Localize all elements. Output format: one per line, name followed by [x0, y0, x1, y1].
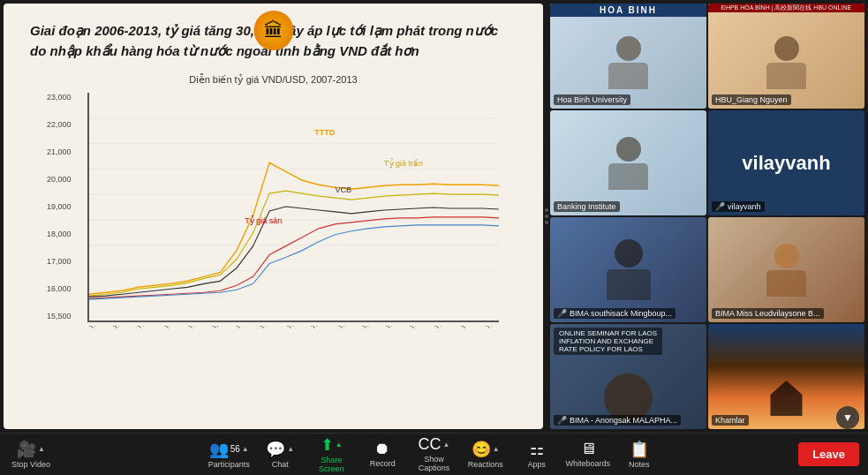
- participant-display-name: vilayvanh: [742, 152, 830, 175]
- whiteboards-button[interactable]: 🖥 Whiteboards: [566, 440, 610, 469]
- video-icon: 🎥: [17, 440, 36, 459]
- participant-tile: BIMA Miss Leudvilaysone B...: [708, 217, 864, 322]
- share-screen-label: Share Screen: [309, 456, 353, 474]
- slide-content: Giai đoạn 2006-2013, tỷ giá tăng 30,5%, …: [4, 4, 543, 429]
- chevron-up-icon: ▲: [443, 441, 450, 449]
- leave-button[interactable]: Leave: [798, 442, 859, 466]
- chat-icon: 💬: [266, 440, 285, 459]
- share-screen-button[interactable]: ⬆ ▲ Share Screen: [309, 435, 353, 474]
- chart-area: 23,000 22,000 21,000 20,000 19,000 18,00…: [87, 93, 499, 322]
- ty-gia-tran-label: Tỷ giá trần: [384, 159, 423, 168]
- ty-gia-san-label: Tỷ giá sàn: [245, 216, 282, 225]
- stop-video-label: Stop Video: [11, 461, 50, 470]
- captions-icon: CC: [419, 435, 442, 454]
- participants-grid: HOA BINH Hoa Binh University ĐHPB HÒA BÌ…: [550, 0, 868, 433]
- chart-title: Diễn biến tỷ giá VND/USD, 2007-2013: [30, 74, 517, 86]
- chart-svg: [89, 93, 499, 320]
- chevron-up-icon: ▲: [493, 445, 500, 453]
- stop-video-button[interactable]: 🎥 ▲ Stop Video: [9, 440, 53, 470]
- record-label: Record: [370, 460, 396, 469]
- participant-tile: ONLINE SEMINAR FOR LAOSINFLATION AND EXC…: [550, 324, 706, 429]
- notes-label: Notes: [629, 461, 650, 470]
- participant-name: Khamlar: [712, 415, 749, 426]
- whiteboards-label: Whiteboards: [566, 460, 611, 469]
- chevron-up-icon: ▲: [287, 445, 294, 453]
- participant-tile: 🎤 BIMA southisack Mingboup...: [550, 217, 706, 322]
- whiteboards-icon: 🖥: [580, 440, 596, 458]
- participants-button[interactable]: 👥 56 ▲ Participants: [207, 440, 251, 470]
- toolbar-right: Leave: [798, 442, 859, 466]
- record-icon: ⏺: [374, 440, 390, 458]
- toolbar: 🎥 ▲ Stop Video 👥 56 ▲ Participants 💬 ▲ C…: [0, 433, 868, 475]
- vcb-label: VCB: [335, 185, 351, 194]
- participant-tile: Banking Institute: [550, 110, 706, 215]
- panel-separator[interactable]: [543, 0, 550, 433]
- chat-label: Chat: [272, 461, 289, 470]
- share-screen-icon: ⬆: [321, 435, 334, 455]
- mic-icon: 🎤: [557, 309, 567, 318]
- reactions-icon: 😊: [472, 440, 491, 459]
- tttd-label: TTTD: [314, 128, 335, 137]
- chevron-up-icon: ▲: [336, 441, 343, 449]
- participants-label: Participants: [208, 461, 250, 470]
- scroll-down-button[interactable]: ▼: [836, 406, 859, 429]
- participant-name: HBU_Giang Nguyen: [712, 94, 791, 105]
- reactions-button[interactable]: 😊 ▲ Reactions: [464, 440, 508, 470]
- participant-tile: ĐHPB HÒA BÌNH | 高校新聞在线 HBU ONLINE HBU_Gi…: [708, 4, 864, 109]
- mic-icon: 🎤: [557, 416, 567, 425]
- y-axis-labels: 23,000 22,000 21,000 20,000 19,000 18,00…: [47, 93, 72, 320]
- participant-name: 🎤 BIMA southisack Mingboup...: [554, 308, 676, 319]
- record-button[interactable]: ⏺ Record: [360, 440, 404, 469]
- chevron-down-icon: ▼: [842, 411, 853, 424]
- reactions-label: Reactions: [468, 461, 503, 470]
- chevron-up-icon: ▲: [242, 445, 249, 453]
- participant-name: 🎤 vilayvanh: [712, 201, 765, 212]
- mic-icon: 🎤: [715, 202, 725, 211]
- chevron-up-icon: ▲: [38, 445, 45, 453]
- logo: 🏛: [253, 11, 293, 50]
- chat-button[interactable]: 💬 ▲ Chat: [258, 440, 302, 470]
- show-captions-button[interactable]: CC ▲ Show Captions: [411, 435, 457, 473]
- separator-dots: [545, 208, 548, 224]
- participant-name: Banking Institute: [554, 201, 620, 212]
- participant-name: Hoa Binh University: [554, 94, 630, 105]
- apps-icon: ⚏: [530, 440, 544, 459]
- show-captions-label: Show Captions: [411, 456, 457, 473]
- participant-tile: vilayvanh 🎤 vilayvanh: [708, 110, 864, 215]
- main-content: 🏛 Giai đoạn 2006-2013, tỷ giá tăng 30,5%…: [0, 0, 868, 433]
- apps-button[interactable]: ⚏ Apps: [515, 440, 559, 470]
- toolbar-center: 👥 56 ▲ Participants 💬 ▲ Chat ⬆ ▲ Share S…: [207, 435, 661, 474]
- logo-icon: 🏛: [264, 19, 283, 42]
- participant-tile: HOA BINH Hoa Binh University: [550, 4, 706, 109]
- notes-icon: 📋: [630, 440, 649, 459]
- presentation-area: 🏛 Giai đoạn 2006-2013, tỷ giá tăng 30,5%…: [4, 4, 543, 429]
- vilayvanh-tile: vilayvanh: [708, 110, 864, 215]
- hoa-binh-header: HOA BINH: [550, 4, 706, 17]
- participant-name: BIMA Miss Leudvilaysone B...: [712, 308, 824, 319]
- apps-label: Apps: [528, 461, 547, 470]
- hbu-banner: ĐHPB HÒA BÌNH | 高校新聞在线 HBU ONLINE: [708, 4, 864, 12]
- participant-name: 🎤 BIMA - Anongsak MALAPHA...: [554, 415, 681, 426]
- participants-icon: 👥: [209, 440, 229, 459]
- notes-button[interactable]: 📋 Notes: [617, 440, 661, 470]
- x-axis-labels: T1/2007 T6/2007 T11/2007 T4/2008 T9/2008…: [87, 326, 508, 332]
- toolbar-left: 🎥 ▲ Stop Video: [9, 440, 53, 470]
